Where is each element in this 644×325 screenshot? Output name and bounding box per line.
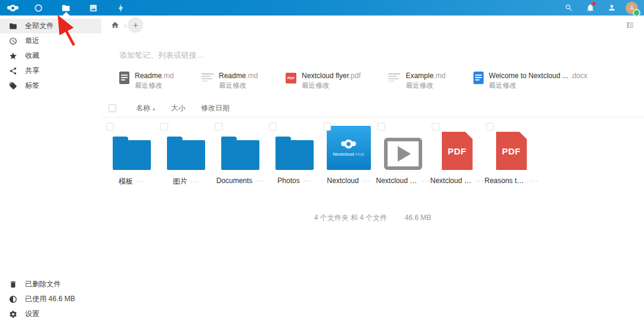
folder-icon (275, 140, 314, 170)
avatar[interactable]: A (626, 2, 638, 14)
file-checkbox[interactable] (486, 123, 494, 131)
file-actions-menu[interactable]: ··· (422, 178, 430, 184)
file-actions-menu[interactable]: ··· (191, 178, 199, 185)
select-all-checkbox[interactable] (109, 104, 116, 112)
file-name: Nextcloud (327, 177, 358, 185)
file-actions-menu[interactable]: ··· (476, 178, 484, 184)
grid-item-folder[interactable]: Photos ··· (267, 121, 321, 187)
notification-badge (592, 2, 596, 5)
file-checkbox[interactable] (323, 123, 331, 131)
recent-modified-label: 最近修改 (489, 81, 587, 90)
sidebar-item-recent[interactable]: 最近 (0, 33, 101, 48)
recommended-file[interactable]: Example.md 最近修改 (388, 72, 445, 90)
file-name: Nextcloud int... (376, 177, 419, 185)
file-checkbox[interactable] (160, 123, 168, 131)
grid-item-pdf[interactable]: PDF Reasons to us... ··· (484, 121, 538, 187)
sidebar-item-favorites[interactable]: 收藏 (0, 48, 101, 63)
trash-icon (9, 280, 17, 289)
file-checkbox[interactable] (215, 123, 222, 131)
active-app-indicator (63, 12, 70, 16)
dashboard-app-icon[interactable] (29, 0, 48, 16)
files-content: › 添加笔记、列表或链接... Readme.md 最近修改 (101, 16, 644, 325)
plus-icon (132, 21, 140, 29)
text-preview-icon (388, 73, 400, 83)
sidebar-item-label: 已使用 46.6 MB (25, 294, 75, 304)
sidebar-item-label: 标签 (25, 81, 39, 91)
grid-item-folder[interactable]: 模板 ··· (104, 121, 159, 187)
notifications-bell-icon[interactable] (583, 0, 598, 16)
file-name: Documents (216, 177, 253, 185)
file-checkbox[interactable] (377, 123, 385, 131)
clock-icon (9, 37, 17, 45)
activity-app-icon[interactable] (112, 0, 130, 16)
sidebar-item-label: 设置 (25, 309, 39, 319)
recommended-file[interactable]: PDF Nextcloud flyer.pdf 最近修改 (286, 72, 361, 90)
file-actions-menu[interactable]: ··· (137, 178, 144, 185)
column-size[interactable]: 大小 (171, 103, 185, 113)
sort-ascending-icon: ▴ (153, 106, 155, 112)
sidebar-item-shares[interactable]: 共享 (0, 63, 101, 78)
new-file-button[interactable] (128, 17, 143, 33)
file-checkbox[interactable] (432, 123, 439, 131)
docx-file-icon (473, 72, 484, 84)
recent-modified-label: 最近修改 (302, 81, 361, 90)
breadcrumb: › (101, 16, 644, 35)
share-icon (9, 67, 17, 75)
photos-app-icon[interactable] (84, 0, 103, 16)
folder-icon (113, 140, 151, 170)
file-name: Reasons to us... (485, 177, 527, 185)
pdf-file-icon: PDF (442, 132, 473, 170)
sidebar-item-settings[interactable]: 设置 (0, 307, 101, 321)
recent-modified-label: 最近修改 (135, 81, 174, 90)
sidebar-item-all-files[interactable]: 全部文件 (0, 18, 101, 33)
grid-item-video[interactable]: Nextcloud int... ··· (376, 121, 430, 187)
recommended-file[interactable]: Readme.md 最近修改 (202, 72, 258, 90)
sidebar-item-quota[interactable]: 已使用 46.6 MB (0, 292, 101, 307)
grid-item-folder[interactable]: Documents ··· (213, 121, 267, 187)
contacts-icon[interactable] (604, 0, 620, 16)
pdf-file-icon: PDF (496, 132, 527, 170)
text-preview-icon (202, 73, 213, 83)
breadcrumb-chevron: › (124, 21, 126, 30)
quota-icon (9, 295, 17, 304)
home-icon[interactable] (107, 17, 123, 33)
column-modified[interactable]: 修改日期 (201, 103, 230, 113)
sidebar-item-deleted-files[interactable]: 已删除文件 (0, 277, 101, 292)
file-name: Photos (277, 177, 299, 185)
files-app-icon[interactable] (57, 0, 75, 16)
column-name[interactable]: 名称▴ (136, 103, 155, 113)
file-actions-menu[interactable]: ··· (304, 178, 311, 184)
file-checkbox[interactable] (269, 123, 277, 131)
file-grid: 模板 ··· 图片 ··· Documents ··· (101, 117, 644, 187)
grid-item-image[interactable]: Nextcloud Hub Nextcloud ··· (321, 121, 376, 187)
summary-counts: 4 个文件夹 和 4 个文件 (314, 213, 388, 222)
recommended-files: Readme.md 最近修改 Readme.md 最近修改 PDF Nextcl… (119, 72, 587, 90)
video-play-icon (384, 138, 422, 170)
list-view-toggle-icon[interactable] (623, 17, 638, 33)
sidebar-item-label: 已删除文件 (25, 279, 61, 289)
add-notes-input[interactable]: 添加笔记、列表或链接... (119, 50, 644, 61)
files-sidebar: 全部文件 最近 收藏 共享 标签 已删除文件 (0, 16, 101, 325)
file-checkbox[interactable] (106, 123, 114, 131)
grid-item-folder[interactable]: 图片 ··· (159, 121, 213, 187)
sidebar-item-label: 全部文件 (25, 21, 54, 31)
search-icon[interactable] (561, 0, 577, 16)
file-actions-menu[interactable]: ··· (256, 178, 264, 184)
recommended-file[interactable]: Readme.md 最近修改 (119, 72, 174, 90)
summary-size: 46.6 MB (405, 213, 432, 222)
tag-icon (9, 82, 17, 90)
top-bar: A (0, 0, 644, 16)
file-actions-menu[interactable]: ··· (363, 178, 370, 184)
file-name: Nextcloud M... (431, 177, 473, 185)
recommended-file[interactable]: Welcome to Nextcloud ... .docx 最近修改 (473, 72, 587, 90)
nextcloud-logo-icon[interactable] (7, 5, 18, 11)
file-list-header: 名称▴ 大小 修改日期 (101, 100, 644, 117)
sidebar-item-label: 收藏 (25, 51, 39, 61)
file-count-summary: 4 个文件夹 和 4 个文件 46.6 MB (101, 213, 644, 223)
file-actions-menu[interactable]: ··· (531, 178, 538, 184)
grid-item-pdf[interactable]: PDF Nextcloud M... ··· (430, 121, 484, 187)
sidebar-item-tags[interactable]: 标签 (0, 78, 101, 93)
folder-icon (221, 140, 259, 170)
markdown-file-icon (119, 72, 129, 84)
recent-modified-label: 最近修改 (219, 81, 258, 90)
